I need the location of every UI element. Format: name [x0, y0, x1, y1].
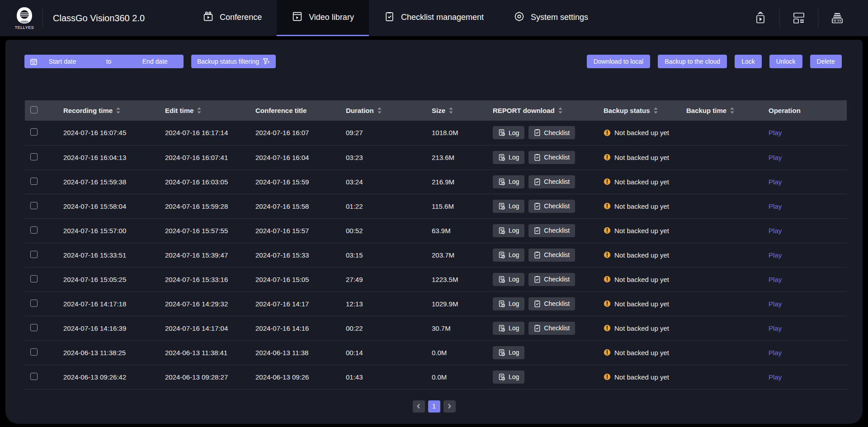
table-row: 2024-07-16 16:07:45 2024-07-16 16:17:14 … [25, 121, 847, 145]
sort-icon[interactable] [116, 107, 121, 114]
row-checkbox[interactable] [30, 153, 38, 160]
play-link[interactable]: Play [769, 129, 782, 136]
duration-cell: 00:52 [341, 218, 427, 243]
log-button-label: Log [509, 202, 519, 210]
play-link[interactable]: Play [769, 276, 782, 283]
checklist-button[interactable]: Checklist [528, 273, 575, 286]
play-link[interactable]: Play [769, 324, 782, 332]
duration-cell: 01:22 [341, 194, 427, 218]
tab-conference[interactable]: Conference [188, 0, 277, 36]
lock-button[interactable]: Lock [735, 55, 762, 68]
sort-icon[interactable] [730, 107, 735, 114]
page-number-button[interactable]: 1 [428, 400, 440, 413]
conference-title-cell: 2024-07-16 15:05 [251, 267, 341, 291]
row-checkbox[interactable] [30, 226, 38, 234]
sort-icon[interactable] [197, 107, 202, 114]
recorder-device-icon[interactable] [818, 11, 856, 25]
unlock-button[interactable]: Unlock [769, 55, 802, 68]
date-range-separator: to [85, 58, 132, 65]
edit-time-cell: 2024-06-13 09:28:27 [160, 365, 251, 389]
log-document-icon [498, 178, 505, 186]
sort-icon[interactable] [653, 107, 658, 114]
log-button[interactable]: Log [493, 200, 524, 213]
start-date-field[interactable]: Start date [39, 58, 85, 65]
end-date-field[interactable]: End date [132, 58, 178, 65]
checklist-button[interactable]: Checklist [528, 249, 575, 262]
log-button[interactable]: Log [493, 273, 524, 286]
log-button[interactable]: Log [493, 249, 524, 262]
download-to-local-button[interactable]: Download to local [587, 55, 651, 68]
log-button[interactable]: Log [493, 346, 524, 359]
layout-dashboard-icon[interactable] [780, 11, 818, 25]
video-library-icon [292, 11, 303, 24]
next-page-button[interactable] [443, 400, 456, 413]
play-link[interactable]: Play [769, 202, 782, 210]
sort-icon[interactable] [448, 107, 453, 114]
log-button[interactable]: Log [493, 224, 524, 237]
date-range-picker[interactable]: Start date to End date [24, 55, 184, 68]
checklist-button[interactable]: Checklist [528, 200, 575, 213]
row-checkbox[interactable] [30, 348, 38, 356]
checklist-button-label: Checklist [544, 251, 570, 258]
live-broadcast-icon[interactable] [741, 11, 779, 25]
sort-icon[interactable] [558, 107, 563, 114]
row-checkbox[interactable] [30, 324, 38, 331]
play-link[interactable]: Play [769, 178, 782, 186]
log-button[interactable]: Log [493, 151, 524, 164]
tab-video-library[interactable]: Video library [277, 0, 369, 36]
log-button[interactable]: Log [493, 175, 524, 188]
backup-status-text: Not backed up yet [614, 373, 669, 381]
play-link[interactable]: Play [769, 349, 782, 357]
log-button[interactable]: Log [493, 322, 524, 335]
duration-cell: 00:22 [341, 316, 427, 340]
column-header: Backup status [604, 107, 650, 114]
tab-system-settings[interactable]: System settings [499, 0, 603, 36]
recording-time-cell: 2024-07-16 14:17:18 [59, 291, 160, 316]
checklist-button[interactable]: Checklist [528, 151, 575, 164]
log-document-icon [498, 202, 505, 210]
checklist-button[interactable]: Checklist [528, 224, 575, 237]
play-link[interactable]: Play [769, 300, 782, 308]
column-header: REPORT download [493, 107, 555, 114]
play-link[interactable]: Play [769, 227, 782, 235]
duration-cell: 03:24 [341, 169, 427, 194]
backup-to-cloud-button[interactable]: Backup to the cloud [658, 55, 727, 68]
tab-checklist-management[interactable]: Checklist management [369, 0, 499, 36]
table-row: 2024-07-16 14:17:18 2024-07-16 14:29:32 … [25, 291, 847, 316]
report-download-cell: Log Checklist [493, 224, 599, 237]
checklist-button[interactable]: Checklist [528, 175, 575, 188]
play-link[interactable]: Play [769, 154, 782, 161]
checklist-button[interactable]: Checklist [528, 322, 575, 335]
row-checkbox[interactable] [30, 300, 38, 307]
report-download-cell: Log Checklist [493, 249, 599, 262]
log-button[interactable]: Log [493, 371, 524, 384]
log-button[interactable]: Log [493, 297, 524, 310]
checklist-button-label: Checklist [544, 300, 570, 307]
row-checkbox[interactable] [30, 128, 38, 136]
play-link[interactable]: Play [769, 373, 782, 381]
warning-icon [604, 349, 611, 356]
column-header: Recording time [63, 107, 113, 114]
row-checkbox[interactable] [30, 178, 38, 185]
warning-icon [604, 227, 611, 234]
backup-time-cell [682, 291, 764, 316]
warning-icon [604, 276, 611, 283]
log-button[interactable]: Log [493, 126, 524, 139]
play-link[interactable]: Play [769, 251, 782, 259]
checklist-check-icon [534, 251, 541, 259]
sort-icon[interactable] [377, 107, 382, 114]
app-title: ClassGo Vision360 2.0 [53, 13, 145, 23]
backup-status-filter-button[interactable]: Backup status filtering [191, 55, 276, 68]
table-row: 2024-07-16 16:04:13 2024-07-16 16:07:41 … [25, 145, 847, 169]
delete-button[interactable]: Delete [810, 55, 842, 68]
row-checkbox[interactable] [30, 275, 38, 282]
row-checkbox[interactable] [30, 202, 38, 209]
select-all-checkbox[interactable] [30, 106, 38, 113]
backup-status-cell: Not backed up yet [604, 178, 682, 186]
prev-page-button[interactable] [413, 400, 425, 413]
backup-status-text: Not backed up yet [614, 251, 669, 259]
row-checkbox[interactable] [30, 373, 38, 380]
checklist-button[interactable]: Checklist [528, 126, 575, 139]
row-checkbox[interactable] [30, 251, 38, 258]
checklist-button[interactable]: Checklist [528, 297, 575, 310]
